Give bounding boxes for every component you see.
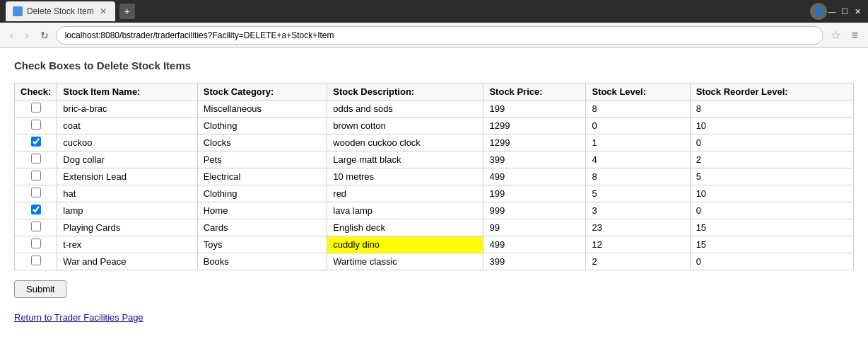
item-price: 399 [483,151,586,168]
item-level: 8 [586,168,690,185]
item-price: 999 [483,202,586,219]
item-name: War and Peace [57,253,197,270]
table-row: cuckooClockswooden cuckoo clock129910 [15,134,854,151]
row-checkbox[interactable] [31,255,41,265]
item-name: t-rex [57,236,197,253]
table-row: t-rexToyscuddly dino4991215 [15,236,854,253]
check-cell [15,253,57,270]
tab-close-button[interactable]: ✕ [98,6,108,16]
item-price: 1299 [483,117,586,134]
forward-button[interactable]: › [20,28,33,43]
new-tab-button[interactable]: + [119,4,135,19]
url-bar[interactable] [56,26,823,45]
table-row: War and PeaceBooksWartime classic39920 [15,253,854,270]
item-description: 10 metres [327,168,483,185]
row-checkbox[interactable] [31,103,41,113]
item-category: Books [197,253,327,270]
check-cell [15,168,57,185]
item-category: Clocks [197,134,327,151]
row-checkbox[interactable] [31,171,41,180]
back-button[interactable]: ‹ [6,28,18,43]
row-checkbox[interactable] [31,120,41,130]
row-checkbox[interactable] [31,205,41,214]
stock-items-table: Check: Stock Item Name: Stock Category: … [14,83,854,270]
item-reorder-level: 5 [690,168,853,185]
item-price: 499 [483,168,586,185]
maximize-button[interactable]: ☐ [840,6,850,16]
col-category: Stock Category: [197,84,327,101]
item-name: cuckoo [57,134,197,151]
row-checkbox[interactable] [31,222,41,231]
col-name: Stock Item Name: [57,84,197,101]
item-reorder-level: 0 [690,134,853,151]
check-cell [15,117,57,134]
refresh-button[interactable]: ↻ [36,28,53,42]
item-reorder-level: 10 [690,117,853,134]
row-checkbox[interactable] [31,239,41,248]
item-category: Home [197,202,327,219]
item-name: lamp [57,202,197,219]
col-check: Check: [15,84,57,101]
item-price: 499 [483,236,586,253]
table-row: coatClothingbrown cotton1299010 [15,117,854,134]
item-name: coat [57,117,197,134]
minimize-button[interactable]: — [827,6,837,16]
table-row: hatClothingred199510 [15,185,854,202]
check-cell [15,236,57,253]
table-row: Dog collarPetsLarge matt black39942 [15,151,854,168]
row-checkbox[interactable] [31,137,41,147]
item-category: Cards [197,219,327,236]
return-link[interactable]: Return to Trader Facilities Page [14,312,854,323]
item-category: Toys [197,236,327,253]
item-level: 0 [586,117,690,134]
browser-tab[interactable]: Delete Stock Item ✕ [6,1,115,21]
item-description: red [327,185,483,202]
check-cell [15,151,57,168]
item-level: 3 [586,202,690,219]
col-description: Stock Description: [327,84,483,101]
check-cell [15,185,57,202]
row-checkbox[interactable] [31,188,41,197]
item-name: Extension Lead [57,168,197,185]
item-description: English deck [327,219,483,236]
item-level: 23 [586,219,690,236]
item-reorder-level: 2 [690,151,853,168]
table-row: Playing CardsCardsEnglish deck992315 [15,219,854,236]
item-level: 2 [586,253,690,270]
menu-button[interactable]: ≡ [848,28,862,43]
title-bar: Delete Stock Item ✕ + 👤 — ☐ ✕ [0,0,868,23]
item-name: bric-a-brac [57,101,197,117]
item-level: 8 [586,101,690,117]
row-checkbox[interactable] [31,154,41,163]
item-price: 99 [483,219,586,236]
col-level: Stock Level: [586,84,690,101]
nav-bar: ‹ › ↻ ☆ ≡ [0,23,868,48]
item-reorder-level: 0 [690,202,853,219]
page-title: Check Boxes to Delete Stock Items [14,59,854,71]
item-description: lava lamp [327,202,483,219]
item-description: odds and sods [327,101,483,117]
item-description: brown cotton [327,117,483,134]
col-price: Stock Price: [483,84,586,101]
item-name: hat [57,185,197,202]
tab-icon [13,6,23,16]
check-cell [15,134,57,151]
item-reorder-level: 10 [690,185,853,202]
table-row: Extension LeadElectrical10 metres49985 [15,168,854,185]
title-bar-left: Delete Stock Item ✕ + [6,1,804,21]
table-row: lampHomelava lamp99930 [15,202,854,219]
item-level: 4 [586,151,690,168]
bookmark-button[interactable]: ☆ [826,27,845,43]
item-price: 199 [483,185,586,202]
submit-button[interactable]: Submit [14,280,66,298]
item-category: Clothing [197,185,327,202]
window-controls: — ☐ ✕ [827,6,862,16]
page-content: Check Boxes to Delete Stock Items Check:… [0,48,868,356]
item-price: 199 [483,101,586,117]
item-name: Dog collar [57,151,197,168]
col-reorder-level: Stock Reorder Level: [690,84,853,101]
table-row: bric-a-bracMiscellaneousodds and sods199… [15,101,854,117]
item-category: Electrical [197,168,327,185]
user-avatar: 👤 [810,3,827,20]
close-button[interactable]: ✕ [852,6,862,16]
